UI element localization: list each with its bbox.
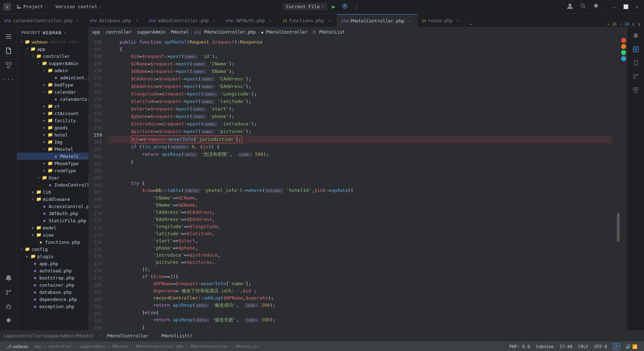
tree-accesscontrol-file[interactable]: ● AccessControl.ph...: [17, 203, 88, 210]
tree-app-folder[interactable]: ▾ 📁 app: [17, 45, 88, 53]
activity-structure-icon[interactable]: [2, 59, 15, 71]
tree-goods-folder[interactable]: ▶ 📁 goods: [17, 124, 88, 131]
tree-ct-folder[interactable]: ▶ 📁 ct: [17, 103, 88, 110]
tab-close-icon[interactable]: ✕: [212, 18, 217, 23]
status-path[interactable]: app › controller › supperAdmin › PHostel…: [31, 341, 262, 351]
status-branch[interactable]: ⎇ webman: [4, 341, 31, 351]
account-icon[interactable]: [565, 2, 575, 12]
tree-config-folder[interactable]: ▾ 📁 config: [17, 246, 88, 253]
tree-functions-file[interactable]: ● functions.php: [17, 238, 88, 246]
minimize-button[interactable]: —: [611, 3, 618, 11]
tree-staticfile-file[interactable]: ● StaticFile.php: [17, 217, 88, 224]
status-time[interactable]: 27:48: [557, 341, 575, 351]
activity-files-icon[interactable]: [2, 44, 15, 57]
more-tabs-button[interactable]: ⋯: [466, 21, 476, 27]
activity-menu-icon[interactable]: [2, 30, 15, 43]
tree-container-file[interactable]: ● container.php: [17, 281, 88, 288]
activity-more-icon[interactable]: ···: [2, 73, 15, 86]
tree-indexcontroller-file[interactable]: ● IndexController.p...: [17, 181, 88, 188]
tree-calendarco-file[interactable]: ● calendarCo...: [17, 95, 88, 103]
tree-root[interactable]: ▾ 📁 webman sources root,: [17, 38, 88, 45]
status-crlf[interactable]: CRLF: [575, 341, 591, 351]
tree-view-folder[interactable]: ▶ 📁 view: [17, 231, 88, 238]
tree-jwtauth-file[interactable]: ● JWTAuth.php: [17, 210, 88, 217]
tree-database-php-file[interactable]: ● database.php: [17, 288, 88, 296]
tab-functions[interactable]: js functions.php ✕: [278, 14, 337, 27]
tab-photel-controller[interactable]: php PHotelController.php ✕: [337, 14, 417, 27]
breadcrumb-class[interactable]: ◆ PHotelController: [261, 30, 307, 35]
tree-exception-file[interactable]: ● exception.php: [17, 303, 88, 310]
expand-icon[interactable]: ∧: [632, 21, 635, 27]
activity-git-icon[interactable]: [2, 286, 15, 299]
tab-admin-controller[interactable]: php adminController.php ✕: [145, 14, 222, 27]
breadcrumb-photel[interactable]: PHostel: [171, 30, 189, 35]
right-git-icon[interactable]: [630, 71, 641, 82]
tree-photelc-file[interactable]: ● PHotelC...: [17, 153, 88, 160]
scrollbar-thumb[interactable]: [617, 213, 620, 242]
tree-middleware-folder[interactable]: ▾ 📁 middleware: [17, 196, 88, 203]
run-button[interactable]: ▶: [330, 2, 337, 11]
tree-bootstrap-file[interactable]: ● bootstrap.php: [17, 274, 88, 281]
tree-autoload-file[interactable]: ● autoload.php: [17, 267, 88, 274]
tab-close-icon[interactable]: ✕: [407, 18, 412, 23]
status-lang-icons[interactable]: 英: [610, 341, 623, 351]
right-structure-icon[interactable]: [630, 84, 641, 96]
tree-ctaccount-folder[interactable]: ▶ 📁 ctAccount: [17, 110, 88, 117]
status-extra-icons[interactable]: 🔊 📶: [623, 341, 640, 351]
tab-close-icon[interactable]: ✕: [134, 18, 139, 23]
vcs-button[interactable]: Version control ▾: [53, 3, 104, 10]
breadcrumb-supperadmin[interactable]: supperAdmin: [137, 30, 165, 35]
tab-close-icon[interactable]: ✕: [75, 18, 80, 23]
code-editor[interactable]: public function upPHotel(Request $reques…: [105, 37, 616, 330]
right-diff-icon[interactable]: [630, 44, 641, 55]
tree-roomtype-folder[interactable]: ▶ 📁 roomType: [17, 167, 88, 174]
activity-notification-icon[interactable]: [2, 272, 15, 285]
tree-bedtype-folder[interactable]: ▶ 📁 bedType: [17, 81, 88, 88]
tree-controller-folder[interactable]: ▾ 📁 controller: [17, 53, 88, 60]
activity-settings-icon[interactable]: [2, 315, 15, 327]
tree-model-folder[interactable]: ▶ 📁 model: [17, 224, 88, 231]
editor-scrollbar[interactable]: [616, 37, 620, 330]
breadcrumb-app[interactable]: app: [92, 30, 100, 35]
debug-button[interactable]: [340, 2, 349, 11]
more-button[interactable]: ⋮: [352, 2, 361, 11]
tab-calendar-controller[interactable]: php calendarController.php ✕: [0, 14, 86, 27]
search-icon[interactable]: [579, 2, 588, 11]
tree-app-php-file[interactable]: ● app.php: [17, 260, 88, 267]
right-notifications-icon[interactable]: [630, 30, 641, 41]
breadcrumb-controller[interactable]: controller: [106, 30, 131, 35]
tab-close-icon[interactable]: ✕: [327, 18, 332, 23]
status-encoding[interactable]: UTF-8: [591, 341, 610, 351]
tree-calendar-folder[interactable]: ▾ 📁 calendar: [17, 88, 88, 95]
tree-plugin-folder[interactable]: ▶ 📁 plugin: [17, 253, 88, 260]
tree-hotel-folder[interactable]: ▶ 📁 hotel: [17, 131, 88, 138]
gear-icon[interactable]: [591, 2, 601, 11]
tab-jwtauth[interactable]: php JWTAuth.php ✕: [222, 14, 278, 27]
collapse-icon[interactable]: ∨: [638, 21, 640, 27]
tab-database[interactable]: php database.php ✕: [86, 14, 144, 27]
right-bookmark-icon[interactable]: [630, 57, 641, 69]
tree-supperadmin-folder[interactable]: ▾ 📁 supperAdmin: [17, 60, 88, 67]
tree-lib-folder[interactable]: ▶ 📁 lib: [17, 188, 88, 196]
tree-facility-folder[interactable]: ▶ 📁 facility: [17, 117, 88, 124]
tab-close-icon[interactable]: ✕: [268, 18, 273, 23]
tree-admin-folder[interactable]: ▾ 📁 admin: [17, 67, 88, 74]
status-php[interactable]: PHP: 8.0: [506, 341, 533, 351]
tree-user-folder[interactable]: ▾ 📁 User: [17, 174, 88, 181]
breadcrumb-filename[interactable]: php PHotelController.php: [194, 30, 256, 35]
current-file-button[interactable]: Current File ▾: [283, 3, 327, 10]
tab-close-icon[interactable]: ✕: [455, 18, 460, 23]
tab-route[interactable]: js route.php ✕: [418, 14, 466, 27]
project-button[interactable]: Project ▾: [14, 3, 50, 10]
activity-bug-icon[interactable]: [2, 300, 15, 313]
tree-proomtype-folder[interactable]: ▶ 📁 PRoomType: [17, 160, 88, 167]
close-button[interactable]: ✕: [634, 3, 640, 11]
tree-admincont-file[interactable]: ● adminCont...: [17, 74, 88, 81]
maximize-button[interactable]: ⬜: [621, 3, 630, 10]
svg-rect-14: [8, 66, 10, 68]
status-tabnine[interactable]: tabnine: [533, 341, 557, 351]
breadcrumb-method[interactable]: ⬡ PHotelList: [313, 30, 345, 35]
tree-dependence-file[interactable]: ● dependence.php: [17, 296, 88, 303]
tree-img-folder[interactable]: ▶ 📁 Img: [17, 138, 88, 145]
tree-photel-folder[interactable]: ▾ 📁 PHostel: [17, 145, 88, 153]
